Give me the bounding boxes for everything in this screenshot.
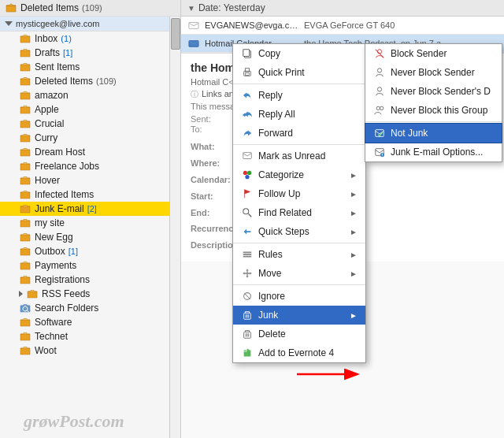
outbox-label: Outbox (35, 246, 65, 257)
sub-not-junk[interactable]: Not Junk (365, 124, 502, 143)
svg-line-19 (245, 294, 250, 299)
ctx-mark-unread[interactable]: Mark as Unread (233, 147, 365, 165)
ignore-icon (241, 290, 254, 303)
ctx-follow-up[interactable]: Follow Up ► (233, 184, 365, 203)
expand-icon: ▼ (187, 4, 195, 13)
sidebar-item-rss[interactable]: RSS Feeds (0, 287, 180, 301)
sidebar-item-deleted[interactable]: Deleted Items (109) (0, 74, 180, 88)
account-row[interactable]: mysticgeek@live.com (0, 17, 180, 32)
flag-icon (241, 187, 254, 200)
ctx-rules[interactable]: Rules ► (233, 245, 365, 264)
payments-label: Payments (35, 260, 76, 271)
forward-icon (241, 127, 254, 139)
ctx-junk[interactable]: Junk ► (233, 306, 365, 325)
sidebar-item-newegg[interactable]: New Egg (0, 230, 180, 244)
junk-options-label: Junk E-mail Options... (391, 147, 483, 158)
mark-icon (241, 150, 254, 162)
ctx-delete[interactable]: Delete (233, 325, 365, 343)
ctx-reply[interactable]: Reply (233, 86, 365, 105)
sub-never-block-sender[interactable]: Never Block Sender (365, 63, 502, 82)
deleted2-folder-icon (19, 76, 32, 87)
sidebar-item-drafts[interactable]: Drafts [1] (0, 46, 180, 60)
svg-rect-16 (243, 254, 252, 255)
technet-folder-icon (19, 331, 32, 342)
sidebar-item-payments[interactable]: Payments (0, 258, 180, 273)
apple-label: Apple (35, 104, 59, 115)
deleted-items-top-row[interactable]: Deleted Items (109) (0, 0, 180, 17)
drafts-count: [1] (63, 48, 72, 58)
sidebar-item-amazon[interactable]: amazon (0, 88, 180, 102)
inbox-label: Inbox (35, 33, 57, 44)
sub-never-block-domain[interactable]: Never Block Sender's D (365, 82, 502, 101)
copy-label: Copy (258, 48, 280, 59)
junk-count: [2] (87, 204, 97, 213)
ctx-forward[interactable]: Forward (233, 124, 365, 143)
ctx-find-related[interactable]: Find Related ► (233, 203, 365, 222)
date-header: ▼ Date: Yesterday (181, 0, 504, 17)
sub-never-block-group[interactable]: Never Block this Group (365, 101, 502, 120)
sidebar-item-curry[interactable]: Curry (0, 131, 180, 145)
sidebar-item-registrations[interactable]: Registrations (0, 273, 180, 287)
rules-arrow: ► (350, 251, 358, 259)
sep1 (233, 84, 365, 84)
sent-label-preview: Sent: (191, 114, 238, 124)
infected-label: Infected Items (35, 189, 94, 200)
sidebar-item-sent[interactable]: Sent Items (0, 60, 180, 74)
sub-block-sender[interactable]: Block Sender (365, 44, 502, 63)
newegg-folder-icon (19, 232, 32, 243)
svg-point-11 (247, 171, 251, 175)
sidebar-item-apple[interactable]: Apple (0, 102, 180, 117)
svg-rect-17 (243, 256, 252, 258)
forward-label: Forward (258, 128, 293, 139)
sidebar-item-hover[interactable]: Hover (0, 173, 180, 187)
sidebar-item-technet[interactable]: Technet (0, 329, 180, 343)
sidebar-item-inbox[interactable]: Inbox (1) (0, 32, 180, 46)
reply-icon (241, 89, 254, 102)
sidebar-item-outbox[interactable]: Outbox [1] (0, 244, 180, 258)
sidebar-item-woot[interactable]: Woot (0, 343, 180, 358)
sidebar-item-mysite[interactable]: my site (0, 216, 180, 230)
ctx-categorize[interactable]: Categorize ► (233, 165, 365, 184)
sidebar-item-junk[interactable]: Junk E-mail [2] (0, 202, 180, 216)
email-row-1[interactable]: EVGANEWS@evga.com EVGA GeForce GT 640 (181, 17, 504, 35)
inbox-folder-icon (19, 33, 32, 44)
ctx-copy[interactable]: Copy (233, 44, 365, 63)
never-block-sender-label: Never Block Sender (391, 67, 475, 78)
account-expand-icon (5, 21, 13, 26)
outbox-count: [1] (69, 247, 78, 256)
deleted2-label: Deleted Items (35, 76, 93, 87)
svg-rect-15 (243, 252, 252, 254)
technet-label: Technet (35, 331, 68, 342)
curry-folder-icon (19, 132, 32, 143)
to-label-preview: To: (191, 124, 238, 134)
sub-context-menu: Block Sender Never Block Sender Never Bl… (365, 43, 502, 162)
sub-junk-options[interactable]: Junk E-mail Options... (365, 143, 502, 161)
sidebar-item-crucial[interactable]: Crucial (0, 117, 180, 131)
categorize-label: Categorize (258, 169, 304, 180)
sidebar-item-infected[interactable]: Infected Items (0, 187, 180, 202)
reply-all-icon (241, 108, 254, 121)
hover-label: Hover (35, 175, 60, 186)
sidebar-item-dreamhost[interactable]: Dream Host (0, 145, 180, 159)
outbox-folder-icon (19, 246, 32, 257)
dreamhost-folder-icon (19, 147, 32, 158)
context-menu: Copy Quick Print Reply Reply All (232, 43, 366, 363)
sidebar-item-search[interactable]: Search Folders (0, 301, 180, 315)
mark-unread-label: Mark as Unread (258, 150, 325, 161)
ctx-ignore[interactable]: Ignore (233, 287, 365, 306)
categorize-icon (241, 169, 254, 181)
drafts-folder-icon (19, 47, 32, 58)
ctx-quick-print[interactable]: Quick Print (233, 63, 365, 82)
date-label: Date: Yesterday (198, 2, 265, 13)
ctx-reply-all[interactable]: Reply All (233, 105, 365, 124)
sidebar-item-software[interactable]: Software (0, 315, 180, 329)
ctx-evernote[interactable]: Add to Evernote 4 (233, 343, 365, 362)
rules-label: Rules (258, 249, 283, 260)
sidebar-item-freelance[interactable]: Freelance Jobs (0, 159, 180, 173)
junk-label: Junk E-mail (35, 203, 84, 214)
svg-point-13 (243, 209, 249, 214)
not-junk-label: Not Junk (391, 128, 428, 139)
svg-point-33 (380, 106, 383, 110)
ctx-quick-steps[interactable]: Quick Steps ► (233, 222, 365, 241)
ctx-move[interactable]: Move ► (233, 264, 365, 283)
